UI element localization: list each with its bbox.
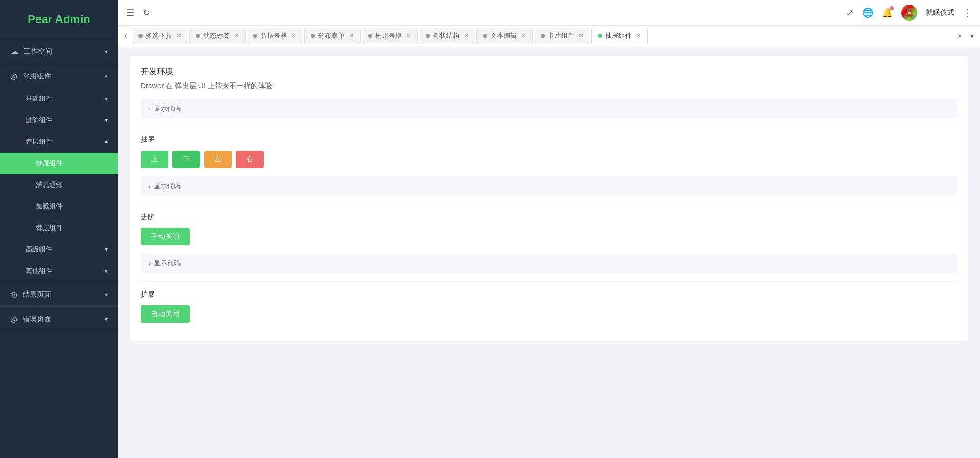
sidebar-item-modal-parent-label: 弹层组件 — [26, 137, 52, 147]
tab-6[interactable]: 文本编辑 ✕ — [476, 28, 533, 44]
tab-dot-7 — [541, 34, 545, 38]
sidebar-item-modal-child[interactable]: 弹层组件 — [0, 217, 118, 239]
sidebar-item-error[interactable]: ◎ 错误页面 ▾ — [0, 307, 118, 331]
fullscreen-icon[interactable]: ⤢ — [846, 7, 854, 18]
btn-auto-close[interactable]: 自动关闭 — [141, 305, 190, 323]
tab-5[interactable]: 树状结构 ✕ — [419, 28, 475, 44]
workspace-icon: ☁ — [10, 47, 18, 56]
tab-dot-1 — [196, 34, 200, 38]
chevron-right-icon-3: › — [149, 260, 151, 267]
result-icon: ◎ — [10, 289, 17, 299]
btn-up[interactable]: 上 — [141, 151, 168, 168]
advanced-section: 进阶 手动关闭 — [141, 213, 957, 245]
tab-1[interactable]: 动态标签 ✕ — [189, 28, 246, 44]
tab-next-btn[interactable]: › — [954, 26, 965, 46]
content-area: 开发环境 Drawer 在 弹出层 UI 上带来不一样的体验. › 显示代码 抽… — [118, 46, 980, 458]
basic-section: 抽屉 上 下 左 右 — [141, 135, 957, 168]
tabbar: ‹ 多选下拉 ✕ 动态标签 ✕ 数据表格 ✕ 分布表单 ✕ — [118, 26, 980, 46]
tab-close-3[interactable]: ✕ — [349, 32, 354, 39]
sidebar-item-advanced-label: 进阶组件 — [26, 116, 52, 125]
divider-1 — [141, 127, 957, 127]
tab-close-2[interactable]: ✕ — [291, 32, 296, 39]
extend-section: 扩展 自动关闭 — [141, 290, 957, 323]
tab-label-4: 树形表格 — [375, 31, 402, 40]
sidebar-item-loading[interactable]: 加载组件 — [0, 196, 118, 217]
sidebar-item-common[interactable]: ◎ 常用组件 ▾ — [0, 64, 118, 88]
tab-4[interactable]: 树形表格 ✕ — [362, 28, 418, 44]
chevron-down-icon: ▾ — [105, 316, 108, 323]
chevron-right-icon-2: › — [149, 182, 151, 190]
env-label: 开发环境 — [141, 67, 957, 77]
tab-prev-btn[interactable]: ‹ — [120, 26, 131, 46]
sidebar-item-loading-label: 加载组件 — [36, 202, 63, 210]
btn-manual-close[interactable]: 手动关闭 — [141, 228, 190, 245]
sidebar-item-other-label: 其他组件 — [26, 266, 52, 276]
sidebar-section-workspace: ☁ 工作空间 ▾ — [0, 39, 118, 64]
notification-badge — [890, 6, 894, 10]
tab-close-1[interactable]: ✕ — [234, 32, 239, 39]
tab-close-8[interactable]: ✕ — [636, 32, 641, 39]
advanced-section-title: 进阶 — [141, 213, 957, 222]
avatar[interactable]: 🧸 — [901, 5, 917, 21]
tab-label-3: 分布表单 — [318, 31, 345, 40]
description: Drawer 在 弹出层 UI 上带来不一样的体验. — [141, 81, 957, 91]
sidebar-item-modal-child-label: 弹层组件 — [36, 224, 63, 232]
tab-close-6[interactable]: ✕ — [521, 32, 526, 39]
tab-close-5[interactable]: ✕ — [464, 32, 469, 39]
topbar: ☰ ↻ ⤢ 🌐 🔔 🧸 就眠仪式 ⋮ — [118, 0, 980, 26]
error-icon: ◎ — [10, 314, 17, 324]
sidebar-item-error-label: 错误页面 — [23, 315, 51, 324]
tab-label-0: 多选下拉 — [146, 31, 172, 40]
tab-0[interactable]: 多选下拉 ✕ — [132, 28, 188, 44]
chevron-up-icon: ▾ — [105, 73, 108, 80]
sidebar-item-other[interactable]: 其他组件 ▾ — [0, 260, 118, 282]
tab-more-btn[interactable]: ▾ — [966, 26, 978, 46]
tab-label-2: 数据表格 — [261, 31, 287, 40]
tab-8[interactable]: 抽屉组件 ✕ — [591, 28, 648, 44]
basic-buttons: 上 下 左 右 — [141, 151, 957, 168]
bell-icon[interactable]: 🔔 — [882, 7, 893, 18]
chevron-down-icon: ▾ — [105, 267, 108, 275]
refresh-icon[interactable]: ↻ — [143, 7, 150, 18]
show-code-bar-2[interactable]: › 显示代码 — [141, 176, 957, 196]
sidebar-item-workspace[interactable]: ☁ 工作空间 ▾ — [0, 39, 118, 64]
sidebar-item-notification[interactable]: 消息通知 — [0, 174, 118, 196]
sidebar-item-basic[interactable]: 基础组件 ▾ — [0, 88, 118, 110]
sidebar-item-result[interactable]: ◎ 结果页面 ▾ — [0, 282, 118, 306]
btn-left[interactable]: 左 — [204, 151, 232, 168]
tab-2[interactable]: 数据表格 ✕ — [247, 28, 303, 44]
common-icon: ◎ — [10, 71, 17, 81]
btn-down[interactable]: 下 — [172, 151, 200, 168]
sidebar-item-advanced[interactable]: 进阶组件 ▾ — [0, 110, 118, 131]
tab-dot-0 — [138, 34, 143, 38]
sidebar-item-drawer[interactable]: 抽屉组件 — [0, 153, 118, 174]
tab-close-0[interactable]: ✕ — [176, 32, 182, 39]
sidebar-item-modal-parent[interactable]: 弹层组件 ▾ — [0, 131, 118, 153]
chevron-right-icon: › — [149, 105, 151, 112]
sidebar-section-error: ◎ 错误页面 ▾ — [0, 307, 118, 331]
btn-right[interactable]: 右 — [236, 151, 264, 168]
globe-icon[interactable]: 🌐 — [862, 7, 873, 18]
tab-close-4[interactable]: ✕ — [406, 32, 411, 39]
chevron-down-icon: ▾ — [105, 246, 108, 253]
more-icon[interactable]: ⋮ — [963, 7, 972, 18]
tab-7[interactable]: 卡片组件 ✕ — [534, 28, 590, 44]
content-inner: 开发环境 Drawer 在 弹出层 UI 上带来不一样的体验. › 显示代码 抽… — [130, 56, 968, 341]
show-code-bar-3[interactable]: › 显示代码 — [141, 254, 957, 273]
menu-toggle-icon[interactable]: ☰ — [126, 7, 134, 18]
show-code-bar-1[interactable]: › 显示代码 — [141, 99, 957, 118]
tab-label-5: 树状结构 — [433, 31, 459, 40]
sidebar-item-result-label: 结果页面 — [23, 290, 51, 299]
app-title: Pear Admin — [28, 13, 90, 26]
tab-close-7[interactable]: ✕ — [578, 32, 584, 39]
chevron-down-icon: ▾ — [105, 117, 108, 124]
sidebar-item-hightier[interactable]: 高级组件 ▾ — [0, 239, 118, 260]
sidebar-item-notification-label: 消息通知 — [36, 181, 63, 189]
tab-label-1: 动态标签 — [203, 31, 230, 40]
sidebar-section-result: ◎ 结果页面 ▾ — [0, 282, 118, 307]
tab-dot-6 — [483, 34, 487, 38]
tab-3[interactable]: 分布表单 ✕ — [304, 28, 361, 44]
chevron-down-icon: ▾ — [105, 48, 108, 55]
topbar-right: ⤢ 🌐 🔔 🧸 就眠仪式 ⋮ — [846, 5, 972, 21]
extend-buttons: 自动关闭 — [141, 305, 957, 323]
